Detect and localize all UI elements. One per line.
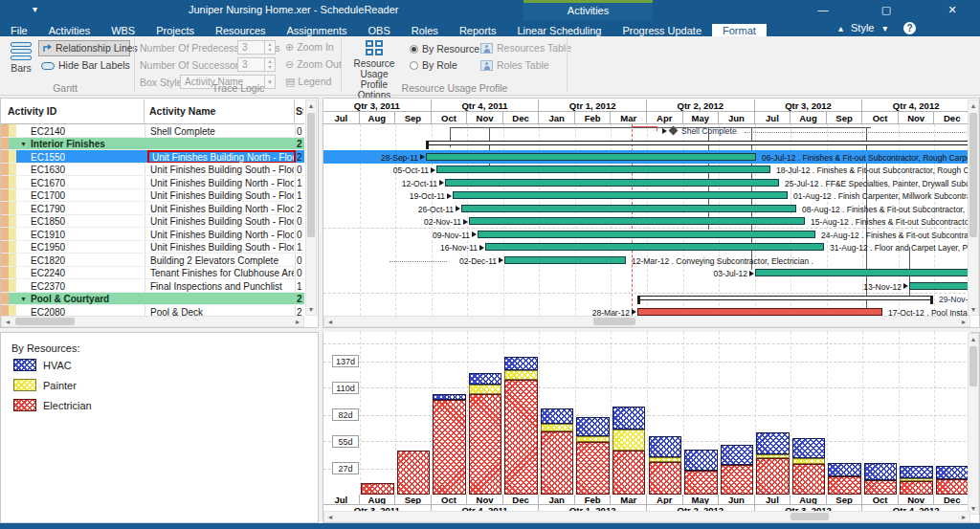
resources-table-button[interactable]: Resources Table xyxy=(480,42,571,54)
relationship-lines-button[interactable]: Relationship Lines xyxy=(38,40,130,56)
column-header-activity-id[interactable]: Activity ID xyxy=(8,105,56,117)
scrollbar-thumb[interactable] xyxy=(969,346,977,386)
timeline-month-cell[interactable]: Jul xyxy=(323,112,360,124)
horizontal-scrollbar[interactable] xyxy=(323,511,970,522)
timeline-month-cell[interactable]: Feb xyxy=(575,112,612,124)
timeline-quarter-cell[interactable]: Qtr 4, 2012 xyxy=(862,99,970,112)
restore-button[interactable]: ▢ xyxy=(874,2,899,18)
gantt-bar[interactable] xyxy=(426,153,756,161)
table-row[interactable]: EC1700Unit Finishes Building South - Flo… xyxy=(1,189,304,203)
scroll-up-icon[interactable]: ▴ xyxy=(969,335,978,343)
scrollbar-thumb[interactable] xyxy=(969,113,977,237)
zoom-in-button[interactable]: ⊕ Zoom In xyxy=(285,41,334,54)
bars-button[interactable]: Bars xyxy=(6,40,36,84)
table-row[interactable]: EC1790Unit Finishes Building North - Flo… xyxy=(1,202,304,215)
timeline-quarter-cell[interactable]: Qtr 3, 2012 xyxy=(755,99,863,112)
scroll-left-icon[interactable]: ◂ xyxy=(325,318,335,326)
timeline-month-cell[interactable]: Dec xyxy=(934,112,970,124)
gantt-bar[interactable] xyxy=(453,191,788,199)
table-row[interactable]: EC2080Pool & Deck2 xyxy=(1,305,304,316)
gantt-bar[interactable] xyxy=(755,269,970,276)
timeline-month-cell[interactable]: Aug xyxy=(791,112,827,124)
timeline-month-cell[interactable]: Jan xyxy=(539,112,575,124)
scroll-up-icon[interactable]: ▴ xyxy=(306,101,316,110)
scroll-right-icon[interactable]: ▸ xyxy=(293,318,302,326)
timeline-month-cell[interactable]: May xyxy=(683,112,720,124)
timeline-month-cell[interactable]: Nov xyxy=(467,112,503,124)
collapse-icon[interactable]: ▼ xyxy=(20,141,27,147)
table-row[interactable]: EC2240Tenant Finishes for Clubhouse Area… xyxy=(1,267,304,280)
table-row[interactable]: EC1950Unit Finishes Building South - Flo… xyxy=(1,241,304,254)
scrollbar-thumb[interactable] xyxy=(15,318,75,325)
hide-bar-labels-button[interactable]: Hide Bar Labels xyxy=(38,58,130,75)
scroll-left-icon[interactable]: ◂ xyxy=(3,318,12,326)
by-role-radio[interactable]: By Role xyxy=(410,59,457,71)
timeline-month-cell[interactable]: Jul xyxy=(755,112,791,124)
summary-bar[interactable] xyxy=(637,296,933,300)
timeline-quarter-cell[interactable]: Qtr 2, 2012 xyxy=(647,99,755,112)
gantt-bar[interactable] xyxy=(478,231,815,238)
by-resource-radio[interactable]: By Resource xyxy=(410,43,479,55)
timeline-month-cell[interactable]: Sep xyxy=(395,112,432,124)
scroll-left-icon[interactable]: ◂ xyxy=(325,513,335,521)
style-menu[interactable]: Style xyxy=(851,22,874,33)
help-icon[interactable]: ? xyxy=(903,22,916,34)
timeline-month-cell[interactable]: Nov xyxy=(899,112,935,124)
table-row[interactable]: EC1670Unit Finishes Building North - Flo… xyxy=(1,176,304,189)
scroll-down-icon[interactable]: ▾ xyxy=(969,305,978,314)
table-row[interactable]: EC2370Final Inspections and Punchlist1 xyxy=(1,279,304,293)
minimize-button[interactable]: — xyxy=(811,2,835,18)
scrollbar-thumb[interactable] xyxy=(593,318,635,325)
roles-table-button[interactable]: Roles Table xyxy=(480,59,549,71)
style-dropdown-icon[interactable]: ▾ xyxy=(882,23,887,33)
timeline-quarter-cell[interactable]: Qtr 3, 2011 xyxy=(323,99,432,112)
timeline-quarter-cell[interactable]: Qtr 4, 2011 xyxy=(432,99,540,112)
spinner-arrows-icon[interactable]: ▴▾ xyxy=(264,58,275,71)
close-button[interactable]: ✕ xyxy=(940,2,965,18)
timeline-month-cell[interactable]: Apr xyxy=(647,112,683,124)
scroll-right-icon[interactable]: ▸ xyxy=(959,318,969,326)
succ-levels-spinner[interactable]: 3▴▾ xyxy=(237,57,276,72)
table-row[interactable]: EC1910Unit Finishes Building North - Flo… xyxy=(1,228,304,241)
spinner-arrows-icon[interactable]: ▴▾ xyxy=(264,41,275,54)
bar-start-date-label: 13-Nov-12 xyxy=(852,283,902,292)
gantt-bar[interactable] xyxy=(504,256,626,264)
scroll-right-icon[interactable]: ▸ xyxy=(959,513,969,521)
group-row[interactable]: ▼Pool & Courtyard2 xyxy=(1,293,304,306)
activity-name-cell-selected[interactable]: Unit Finishes Building North - Floor 1 xyxy=(147,150,296,164)
gantt-bar[interactable] xyxy=(909,282,970,290)
table-row[interactable]: EC1820Building 2 Elevators Complete0 xyxy=(1,253,304,267)
collapse-ribbon-icon[interactable]: ▴ xyxy=(838,23,843,33)
gantt-bar[interactable] xyxy=(445,179,779,187)
horizontal-scrollbar[interactable] xyxy=(323,316,970,327)
column-header-start-clipped[interactable]: St xyxy=(296,105,303,117)
scrollbar-thumb[interactable] xyxy=(791,513,829,520)
summary-bar[interactable] xyxy=(426,141,970,145)
timeline-quarter-cell[interactable]: Qtr 1, 2012 xyxy=(539,99,647,112)
timeline-month-cell[interactable]: Aug xyxy=(360,112,396,124)
column-header-activity-name[interactable]: Activity Name xyxy=(149,105,215,117)
zoom-out-button[interactable]: ⊖ Zoom Out xyxy=(285,58,342,71)
timeline-month-cell[interactable]: Mar xyxy=(611,112,647,124)
collapse-icon[interactable]: ▼ xyxy=(20,296,27,302)
table-row[interactable]: EC2140Shell Complete0 xyxy=(1,124,304,138)
timeline-month-cell[interactable]: Dec xyxy=(503,112,540,124)
timeline-month-cell[interactable]: Oct xyxy=(862,112,899,124)
gantt-bar[interactable] xyxy=(461,205,796,212)
app-icon[interactable]: ▾ xyxy=(33,4,37,14)
scroll-down-icon[interactable]: ▾ xyxy=(306,305,316,314)
timeline-month-cell[interactable]: Oct xyxy=(432,112,468,124)
timeline-month-cell[interactable]: Jun xyxy=(719,112,755,124)
gantt-bar[interactable] xyxy=(469,217,805,225)
gantt-bar[interactable] xyxy=(485,243,824,251)
table-row[interactable]: EC1630Unit Finishes Building South - Flo… xyxy=(1,164,304,177)
pred-levels-spinner[interactable]: 3▴▾ xyxy=(237,40,276,55)
timeline-month-cell[interactable]: Sep xyxy=(827,112,863,124)
scroll-up-icon[interactable]: ▴ xyxy=(969,101,978,110)
gantt-bar[interactable] xyxy=(436,165,770,173)
group-row[interactable]: ▼Interior Finishes2 xyxy=(1,138,304,151)
scrollbar-thumb[interactable] xyxy=(307,113,315,237)
gantt-bar-critical[interactable] xyxy=(637,308,882,316)
table-row[interactable]: EC1550Unit Finishes Building North - Flo… xyxy=(1,150,304,164)
table-row[interactable]: EC1850Unit Finishes Building South - Flo… xyxy=(1,215,304,229)
